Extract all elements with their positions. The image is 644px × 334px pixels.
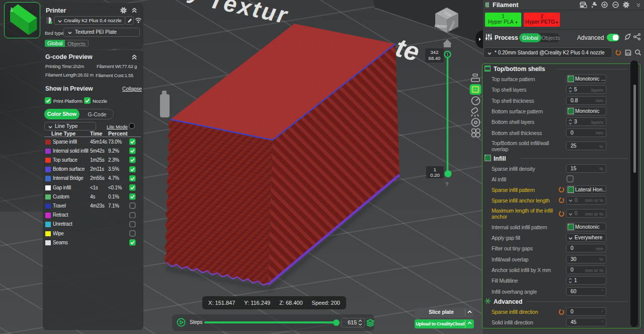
svg-text:0.20: 0.20 bbox=[430, 172, 440, 178]
svg-text:1: 1 bbox=[434, 167, 436, 172]
svg-text:FRONT: FRONT bbox=[435, 24, 448, 29]
svg-text:342: 342 bbox=[431, 49, 439, 55]
svg-text:?: ? bbox=[445, 181, 448, 187]
svg-text:68.40: 68.40 bbox=[429, 55, 441, 61]
